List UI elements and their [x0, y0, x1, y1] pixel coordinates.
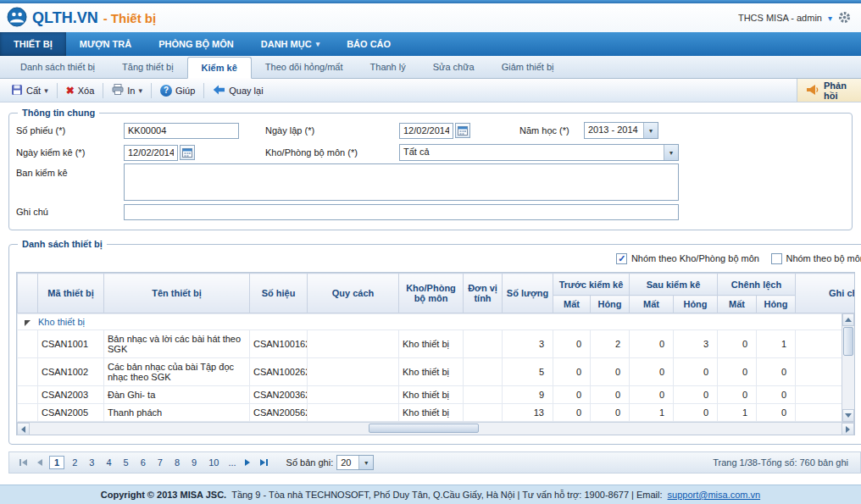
delete-button[interactable]: ✖ Xóa	[60, 83, 101, 98]
cell-ten: Đàn Ghi- ta	[104, 386, 250, 404]
cell-chenh-hong: 0	[757, 404, 796, 422]
cell-so-hieu: CSAN100262	[250, 358, 308, 386]
page-number[interactable]: 8	[170, 456, 184, 469]
cell-truoc-mat: 0	[553, 404, 591, 422]
group-by-kho-checkbox[interactable]: Nhóm theo Kho/Phòng bộ môn	[616, 252, 759, 265]
back-button[interactable]: Quay lại	[207, 82, 269, 99]
form-row: Ghi chú	[16, 201, 845, 223]
help-label: Giúp	[175, 86, 195, 96]
cell-sau-hong: 0	[674, 386, 718, 404]
page-number[interactable]: 3	[85, 456, 98, 469]
page-ellipsis: ...	[226, 457, 237, 468]
cell-kho: Kho thiết bị	[399, 404, 464, 422]
ngay-kiem-ke-input[interactable]	[124, 145, 178, 161]
nav-item-thiet-bi[interactable]: THIẾT BỊ	[0, 32, 66, 56]
tab-sua-chua[interactable]: Sửa chữa	[419, 57, 488, 78]
col-sau-hong[interactable]: Hỏng	[674, 296, 718, 313]
tab-tang-thiet-bi[interactable]: Tăng thiết bị	[108, 57, 187, 78]
table-row[interactable]: CSAN1001 Bản nhạc và lời các bài hát the…	[18, 330, 842, 358]
col-ma-thiet-bi[interactable]: Mã thiết bị	[38, 274, 104, 313]
page-size-select[interactable]: 20 ▾	[336, 455, 374, 470]
scroll-right-icon[interactable]	[842, 423, 854, 435]
ghi-chu-input[interactable]	[124, 204, 679, 220]
collapse-group-icon[interactable]	[25, 320, 31, 326]
page-number[interactable]: 5	[119, 456, 133, 469]
chevron-down-icon[interactable]: ▾	[44, 86, 48, 95]
scroll-down-icon[interactable]	[842, 409, 854, 422]
tab-theo-doi-hong-mat[interactable]: Theo dõi hỏng/mất	[252, 57, 357, 78]
col-quy-cach[interactable]: Quy cách	[308, 274, 399, 313]
page-number[interactable]: 10	[204, 456, 223, 469]
tab-giam-thiet-bi[interactable]: Giảm thiết bị	[488, 57, 568, 78]
cell-ghi-chu	[796, 358, 842, 386]
user-area: THCS MISA - admin ▾	[738, 11, 851, 25]
nav-item-muon-tra[interactable]: MƯỢN TRẢ	[66, 32, 145, 56]
gear-icon[interactable]	[838, 11, 851, 25]
nav-item-danh-muc[interactable]: DANH MỤC▾	[247, 32, 333, 56]
ngay-lap-input[interactable]	[399, 123, 453, 139]
col-ten-thiet-bi[interactable]: Tên thiết bị	[104, 274, 250, 313]
cell-kho: Kho thiết bị	[399, 330, 464, 358]
chevron-down-icon[interactable]: ▾	[138, 86, 142, 95]
scroll-up-icon[interactable]	[842, 313, 854, 326]
app-footer: Copyright © 2013 MISA JSC. Tầng 9 - Tòa …	[0, 485, 861, 504]
first-page-button[interactable]	[16, 457, 31, 468]
page-number[interactable]: 6	[136, 456, 150, 469]
tab-danh-sach-thiet-bi[interactable]: Danh sách thiết bị	[7, 57, 108, 78]
user-menu[interactable]: THCS MISA - admin	[738, 13, 822, 23]
col-truoc-mat[interactable]: Mất	[553, 296, 591, 313]
content: Thông tin chung Số phiếu (*) Ngày lập (*…	[0, 102, 861, 474]
nav-item-phong-bo-mon[interactable]: PHÒNG BỘ MÔN	[145, 32, 247, 56]
print-button[interactable]: In ▾	[106, 81, 148, 99]
chevron-down-icon[interactable]: ▾	[828, 14, 832, 23]
col-chenh-mat[interactable]: Mất	[718, 296, 757, 313]
col-so-hieu[interactable]: Số hiệu	[250, 274, 308, 313]
page-number[interactable]: 7	[153, 456, 167, 469]
vertical-scroll-thumb[interactable]	[843, 327, 853, 356]
page-number[interactable]: 9	[187, 456, 201, 469]
so-phieu-label: Số phiếu (*)	[16, 125, 124, 136]
so-phieu-input[interactable]	[124, 123, 239, 139]
nav-item-bao-cao[interactable]: BÁO CÁO	[333, 32, 404, 56]
table-row[interactable]: CSAN2005 Thanh phách CSAN200562 Kho thiế…	[18, 404, 842, 422]
cell-chenh-mat: 1	[718, 404, 757, 422]
calendar-icon[interactable]	[180, 145, 195, 160]
feedback-button[interactable]: Phản hồi	[797, 79, 861, 102]
col-ghi-chu[interactable]: Ghi chú	[796, 274, 854, 313]
calendar-icon[interactable]	[455, 123, 470, 138]
cell-sau-hong: 0	[674, 358, 718, 386]
col-don-vi-tinh[interactable]: Đơn vị tính	[464, 274, 503, 313]
support-email-link[interactable]: support@misa.com.vn	[668, 490, 761, 500]
next-page-button[interactable]	[242, 457, 253, 468]
cell-sau-mat: 0	[630, 386, 674, 404]
last-page-button[interactable]	[257, 457, 271, 468]
scroll-left-icon[interactable]	[17, 423, 30, 435]
help-button[interactable]: ? Giúp	[154, 82, 201, 99]
cell-so-hieu: CSAN200362	[250, 386, 308, 404]
vertical-scrollbar[interactable]	[842, 313, 854, 422]
tab-thanh-ly[interactable]: Thanh lý	[357, 57, 419, 78]
col-so-luong[interactable]: Số lượng	[503, 274, 553, 313]
page-number[interactable]: 2	[68, 456, 81, 469]
col-kho-phong[interactable]: Kho/Phòng bộ môn	[399, 274, 464, 313]
col-truoc-hong[interactable]: Hỏng	[591, 296, 630, 313]
col-chenh-lech[interactable]: Chênh lệch	[718, 274, 796, 296]
kho-phong-select[interactable]: Tất cả ▾	[399, 144, 679, 161]
save-button[interactable]: Cất ▾	[5, 81, 54, 100]
col-sau-mat[interactable]: Mất	[630, 296, 674, 313]
page-number[interactable]: 1	[49, 456, 64, 469]
col-truoc-kiem-ke[interactable]: Trước kiểm kê	[553, 274, 630, 296]
horizontal-scroll-thumb[interactable]	[369, 424, 479, 433]
prev-page-button[interactable]	[34, 457, 46, 468]
nam-hoc-select[interactable]: 2013 - 2014 ▾	[584, 122, 658, 139]
col-sau-kiem-ke[interactable]: Sau kiểm kê	[630, 274, 718, 296]
table-row[interactable]: CSAN2003 Đàn Ghi- ta CSAN200362 Kho thiế…	[18, 386, 842, 404]
page-number[interactable]: 4	[102, 456, 115, 469]
col-chenh-hong[interactable]: Hỏng	[757, 296, 796, 313]
horizontal-scrollbar[interactable]	[17, 422, 854, 435]
tab-kiem-ke[interactable]: Kiểm kê	[187, 57, 252, 79]
group-by-mon-checkbox[interactable]: Nhóm theo bộ môn	[771, 252, 861, 265]
table-row[interactable]: CSAN1002 Các bản nhạc của bài Tập đọc nh…	[18, 358, 842, 386]
group-row[interactable]: Kho thiết bị	[18, 314, 842, 330]
ban-kiem-ke-textarea[interactable]	[124, 163, 679, 201]
